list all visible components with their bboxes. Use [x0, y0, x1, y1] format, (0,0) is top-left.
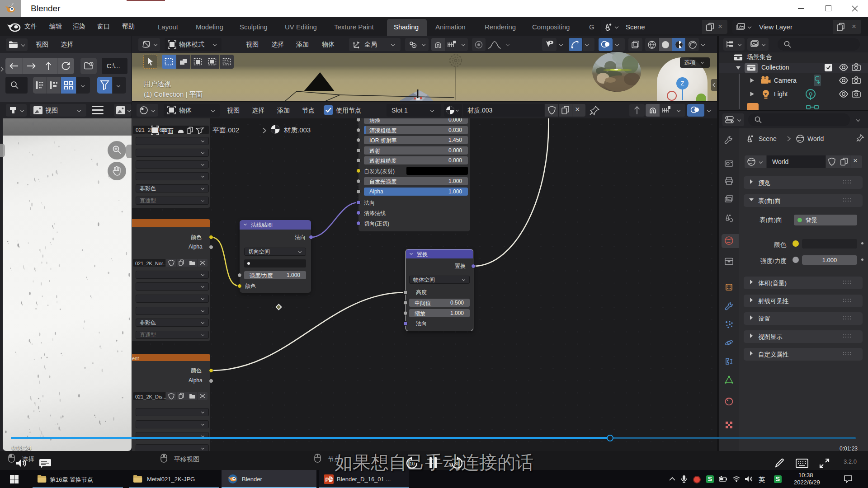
svg-text:30: 30 — [454, 461, 460, 466]
svg-text:10: 10 — [410, 461, 415, 466]
svg-text:P: P — [326, 477, 329, 483]
svg-text:平面: 平面 — [161, 127, 174, 135]
